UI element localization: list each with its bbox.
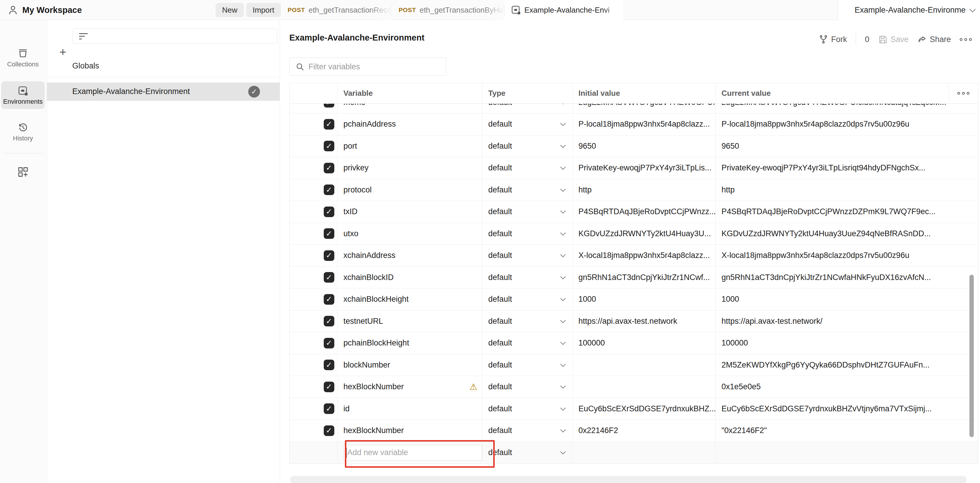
initial-value-cell[interactable]	[572, 354, 715, 376]
variable-name-cell[interactable]: hexBlockNumber ⚠	[337, 376, 482, 398]
sidebar-item-environment-selected[interactable]: Example-Avalanche-Environment ✓	[47, 83, 280, 101]
type-select-cell[interactable]: default	[482, 201, 572, 223]
variable-name-cell[interactable]: pchainAddress ⚠	[337, 113, 482, 135]
variable-name-cell[interactable]: blockNumber ⚠	[337, 354, 482, 376]
row-checkbox[interactable]: ✓	[324, 382, 334, 392]
type-select-cell[interactable]: default	[482, 398, 572, 420]
current-value-cell[interactable]: 1000	[715, 289, 948, 310]
tab-request-2[interactable]: POST eth_getTransactionByHa	[391, 0, 504, 20]
current-value-cell[interactable]: KGDvUZzdJRWNYTy2ktU4Huay3UueZ94qNeBfRASn…	[715, 223, 948, 245]
type-select-cell[interactable]: default	[482, 289, 572, 310]
vertical-scrollbar-thumb[interactable]	[969, 275, 974, 437]
row-checkbox[interactable]: ✓	[324, 272, 334, 283]
save-button[interactable]: Save	[878, 35, 908, 44]
type-select-cell[interactable]: default	[482, 104, 572, 113]
initial-value-cell[interactable]: gn5RhN1aCT3dnCpjYkiJtrZr1NCwf...	[572, 267, 715, 289]
row-checkbox[interactable]: ✓	[324, 403, 334, 414]
variable-name-cell[interactable]: id ⚠	[337, 398, 482, 420]
row-checkbox[interactable]: ✓	[324, 294, 334, 304]
new-button[interactable]: New	[216, 3, 244, 17]
configure-sidebar-button[interactable]	[1, 166, 45, 177]
type-select-cell[interactable]: default	[482, 157, 572, 179]
variable-name-cell[interactable]: ⚠ Add new variable	[337, 442, 482, 464]
filter-variables-input[interactable]: Filter variables	[290, 57, 446, 76]
type-select-cell[interactable]: default	[482, 376, 572, 398]
sidebar-item-globals[interactable]: Globals	[47, 55, 280, 77]
initial-value-cell[interactable]: http	[572, 179, 715, 201]
variable-name-cell[interactable]: utxo ⚠	[337, 223, 482, 245]
current-value-cell[interactable]: 2ugEzMnASVW7STgcdVYHZW0GPUfcldcnhNcdtdjq…	[715, 104, 948, 113]
table-options-icon[interactable]	[958, 92, 969, 95]
row-checkbox[interactable]: ✓	[324, 185, 334, 195]
variable-name-cell[interactable]: testnetURL ⚠	[337, 311, 482, 332]
initial-value-cell[interactable]: X-local18jma8ppw3nhx5r4ap8clazz...	[572, 245, 715, 266]
initial-value-cell[interactable]: KGDvUZzdJRWNYTy2ktU4Huay3U...	[572, 223, 715, 245]
horizontal-scrollbar-track[interactable]	[290, 476, 966, 483]
initial-value-cell[interactable]: EuCy6bScEXrSdDGSE7yrdnxukBHZ...	[572, 398, 715, 420]
row-checkbox[interactable]: ✓	[324, 163, 334, 173]
fork-count[interactable]: 0	[865, 35, 869, 44]
initial-value-cell[interactable]	[572, 376, 715, 398]
current-value-cell[interactable]	[715, 442, 948, 464]
type-select-cell[interactable]: default	[482, 179, 572, 201]
current-value-cell[interactable]: https://api.avax-test.network/	[715, 311, 948, 332]
sidebar-item-collections[interactable]: Collections	[1, 48, 45, 68]
initial-value-cell[interactable]: P-local18jma8ppw3nhx5r4ap8clazz...	[572, 113, 715, 135]
current-value-cell[interactable]: 9650	[715, 135, 948, 157]
type-select-cell[interactable]: default	[482, 113, 572, 135]
current-value-cell[interactable]: X-local18jma8ppw3nhx5r4ap8clazz0dps7rv5u…	[715, 245, 948, 266]
type-select-cell[interactable]: default	[482, 311, 572, 332]
current-value-cell[interactable]: EuCy6bScEXrSdDGSE7yrdnxukBHZvVtjny6ma7VT…	[715, 398, 948, 420]
environment-selector[interactable]: Example-Avalanche-Environme	[854, 6, 975, 15]
variable-name-cell[interactable]: xchainBlockID ⚠	[337, 267, 482, 289]
current-value-cell[interactable]: gn5RhN1aCT3dnCpjYkiJtrZr1NCwfaHNkFyuDX16…	[715, 267, 948, 289]
sidebar-item-environments[interactable]: Environments	[1, 81, 45, 109]
initial-value-cell[interactable]: PrivateKey-ewoqjP7PxY4yr3iLTpLis...	[572, 157, 715, 179]
current-value-cell[interactable]: 2M5ZeKWDYfXkgPg6YyQyka66DDsphvDHtZ7GUFAu…	[715, 354, 948, 376]
initial-value-cell[interactable]: 9650	[572, 135, 715, 157]
type-select-cell[interactable]: default	[482, 135, 572, 157]
row-checkbox[interactable]: ✓	[324, 141, 334, 151]
import-button[interactable]: Import	[246, 3, 281, 17]
tab-request-1[interactable]: POST eth_getTransactionRece	[280, 0, 391, 20]
variable-name-cell[interactable]: pchainBlockHeight ⚠	[337, 332, 482, 354]
tab-environment-active[interactable]: Example-Avalanche-Envi	[504, 0, 624, 20]
initial-value-cell[interactable]: 2ugEzMnASVW7STgcdVYHZW0GPUfcldcnhNcdtdjq…	[572, 104, 715, 113]
type-select-cell[interactable]: default	[482, 354, 572, 376]
variable-name-cell[interactable]: xchainAddress ⚠	[337, 245, 482, 266]
sidebar-filter-input[interactable]	[72, 29, 277, 44]
row-checkbox[interactable]: ✓	[324, 426, 334, 436]
row-checkbox[interactable]: ✓	[324, 207, 334, 217]
initial-value-cell[interactable]	[572, 442, 715, 464]
variable-name-cell[interactable]: privkey ⚠	[337, 157, 482, 179]
initial-value-cell[interactable]: 0x22146F2	[572, 420, 715, 442]
current-value-cell[interactable]: P4SBqRTDAqJBjeRoDvptCCjPWnzzDZPmK9L7WQ7F…	[715, 201, 948, 223]
fork-button[interactable]: Fork	[819, 35, 847, 44]
share-button[interactable]: Share	[918, 35, 951, 44]
sidebar-item-history[interactable]: History	[1, 122, 45, 142]
row-checkbox[interactable]: ✓	[324, 104, 334, 108]
type-select-cell[interactable]: default	[482, 267, 572, 289]
row-checkbox[interactable]: ✓	[324, 119, 334, 129]
variable-name-cell[interactable]: txID ⚠	[337, 201, 482, 223]
row-checkbox[interactable]: ✓	[324, 338, 334, 348]
current-value-cell[interactable]: P-local18jma8ppw3nhx5r4ap8clazz0dps7rv5u…	[715, 113, 948, 135]
type-select-cell[interactable]: default	[482, 442, 572, 464]
initial-value-cell[interactable]: 100000	[572, 332, 715, 354]
initial-value-cell[interactable]: P4SBqRTDAqJBjeRoDvptCCjPWnzz...	[572, 201, 715, 223]
variable-name-cell[interactable]: port ⚠	[337, 135, 482, 157]
row-checkbox[interactable]: ✓	[324, 250, 334, 261]
current-value-cell[interactable]: http	[715, 179, 948, 201]
type-select-cell[interactable]: default	[482, 245, 572, 266]
add-variable-input[interactable]: Add new variable	[344, 445, 482, 461]
row-checkbox[interactable]: ✓	[324, 360, 334, 370]
workspace-name[interactable]: My Workspace	[22, 5, 82, 15]
variable-name-cell[interactable]: hexBlockNumber ⚠	[337, 420, 482, 442]
variable-name-cell[interactable]: protocol ⚠	[337, 179, 482, 201]
variable-name-cell[interactable]: memo ⚠	[337, 104, 482, 113]
row-checkbox[interactable]: ✓	[324, 316, 334, 327]
variable-name-cell[interactable]: xchainBlockHeight ⚠	[337, 289, 482, 310]
more-actions-icon[interactable]	[960, 38, 972, 41]
type-select-cell[interactable]: default	[482, 420, 572, 442]
current-value-cell[interactable]: 0x1e5e0e5	[715, 376, 948, 398]
